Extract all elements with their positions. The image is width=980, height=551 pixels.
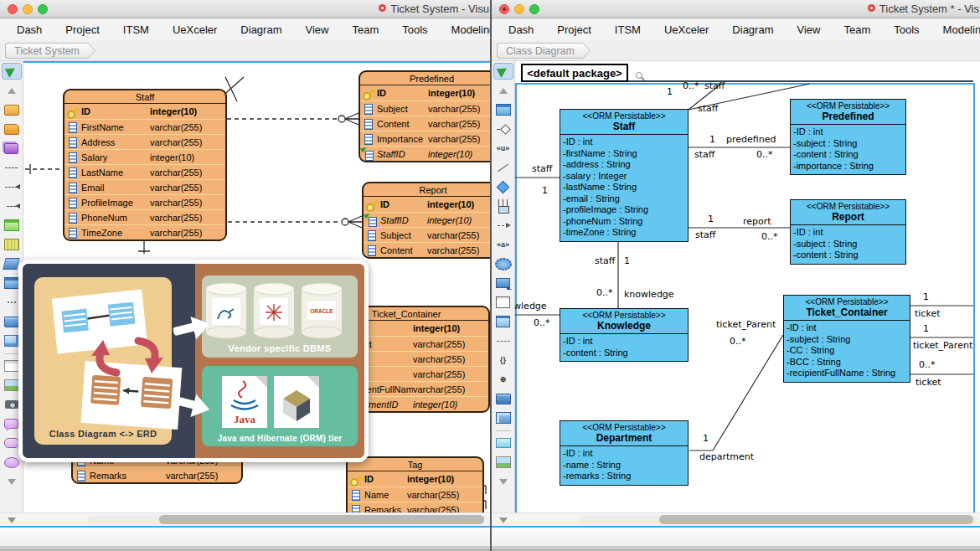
erd-row[interactable]: Subject varchar(255) [364,227,490,242]
zoom-button[interactable] [38,4,48,14]
titlebar[interactable]: Ticket System - Visu [0,0,490,18]
constraint-tool[interactable]: {} [493,352,513,368]
erd-row[interactable]: Name varchar(255) [348,487,482,502]
scroll-down-icon[interactable] [2,473,22,490]
erd-row[interactable]: Remarks varchar(255) [348,502,482,512]
system-tool[interactable] [493,294,513,311]
pointer-tool[interactable] [493,63,513,80]
menu-item[interactable]: ITSM [123,23,149,36]
one-to-one-relationship-tool[interactable] [2,159,22,176]
picture-tool[interactable] [493,454,513,471]
menu-item[interactable]: UeXceler [664,23,709,36]
toolbar-separator[interactable] [493,429,513,432]
many-to-many-relationship-tool[interactable] [2,198,22,214]
toolbar-scroll-down-icon[interactable] [499,518,508,523]
erd-row[interactable]: Email varchar(255) [64,179,225,194]
anchor-tool[interactable]: «a» [493,236,513,253]
containment-tool[interactable] [493,198,513,214]
class-report[interactable]: <<ORM Persistable>> Report -ID : int-sub… [790,199,906,265]
scroll-thumb[interactable] [659,515,973,524]
menu-item[interactable]: Dash [17,23,42,36]
breadcrumb-tab[interactable]: Ticket System [5,43,95,59]
erd-table-report[interactable]: Report ID integer(10) StaffID integer(10… [362,182,490,259]
menu-item[interactable]: Diagram [240,23,281,36]
note-tool[interactable] [493,313,513,330]
menu-item[interactable]: Modeling [451,23,490,36]
dashed-line-tool[interactable] [493,332,513,349]
menu-item[interactable]: Project [65,23,99,36]
default-package-header[interactable]: <default package> [521,64,628,82]
grid-tool[interactable] [2,236,22,253]
menu-item[interactable]: Project [557,23,591,36]
minimize-button[interactable] [514,4,524,14]
erd-row[interactable]: TimeZone varchar(255) [64,224,225,239]
entity-tool[interactable] [2,101,22,118]
close-button[interactable] [499,4,509,14]
erd-table-tag[interactable]: Tag ID integer(10) Name varchar(255) [346,456,484,512]
package-tool[interactable] [493,390,513,407]
toolbar-scroll-down-icon[interactable] [8,518,16,523]
generalization-tool[interactable] [493,121,513,137]
menu-item[interactable]: UeXceler [173,23,217,36]
scroll-thumb[interactable] [159,515,484,524]
erd-row[interactable]: LastName varchar(255) [64,164,225,179]
diagram-overview-tool[interactable] [493,409,513,426]
table-tool[interactable] [2,217,22,234]
erd-row[interactable]: StaffID integer(10) [360,146,490,161]
erd-row[interactable]: Content varchar(255) [364,242,490,257]
one-to-many-relationship-tool[interactable] [2,178,22,195]
menu-item[interactable]: Dash [508,23,534,36]
dependency-tool[interactable] [493,217,513,234]
class-canvas[interactable]: <default package> [515,61,980,512]
erd-table-staff[interactable]: Staff ID integer(10) FirstName varchar(2… [63,89,227,241]
scroll-down-icon[interactable] [493,473,513,490]
scroll-up-icon[interactable] [493,82,513,99]
class-staff[interactable]: <<ORM Persistable>> Staff -ID : int-firs… [560,109,689,242]
class-department[interactable]: <<ORM Persistable>> Department -ID : int… [560,420,689,486]
scroll-up-icon[interactable] [2,82,22,99]
titlebar[interactable]: Ticket System * - Vis [492,0,980,18]
tutorial-image-popup[interactable]: Class Diagram <-> ERD [18,260,369,462]
aggregation-tool[interactable] [493,178,513,195]
erd-row[interactable]: Salary integer(10) [64,149,225,164]
erd-row[interactable]: ID integer(10) [348,471,482,487]
menu-item[interactable]: Modeling [943,23,980,36]
menu-item[interactable]: View [305,23,328,36]
menu-item[interactable]: Team [352,23,379,36]
menu-item[interactable]: View [797,23,820,36]
menu-item[interactable]: Tools [402,23,427,36]
erd-row[interactable]: ID integer(10) [364,197,490,212]
erd-row[interactable]: FirstName varchar(255) [64,119,225,134]
erd-row[interactable]: Importance varchar(255) [360,131,490,146]
class-ticket-container[interactable]: <<ORM Persistable>> Ticket_Container -ID… [783,295,910,383]
menu-item[interactable]: Diagram [732,23,773,36]
erd-row[interactable]: Address varchar(255) [64,134,225,149]
menu-item[interactable]: Team [843,23,870,36]
ellipse-tool[interactable] [2,454,22,471]
class-knowledge[interactable]: <<ORM Persistable>> Knowledge -ID : int-… [560,308,689,362]
erd-row[interactable]: PhoneNum varchar(255) [64,209,225,224]
erd-row[interactable]: ProfileImage varchar(255) [64,194,225,209]
menu-item[interactable]: ITSM [615,23,641,36]
close-button[interactable] [8,4,18,14]
rectangle-tool[interactable] [493,435,513,451]
erd-row[interactable]: StaffID integer(10) [364,212,490,227]
h-scrollbar[interactable] [492,512,980,526]
erd-row[interactable]: Subject varchar(255) [360,100,490,116]
pointer-tool[interactable] [2,63,22,80]
collaboration-tool[interactable] [493,255,513,272]
provided-interface-tool[interactable]: ⊕ [493,371,513,388]
magnifier-icon[interactable] [636,72,642,79]
view-tool[interactable] [2,140,22,157]
h-scrollbar[interactable] [0,512,490,526]
erd-row[interactable]: ID integer(10) [64,104,225,119]
usage-tool[interactable]: «u» [493,140,513,157]
class-predefined[interactable]: <<ORM Persistable>> Predefined -ID : int… [790,99,906,175]
breadcrumb-tab[interactable]: Class Diagram [497,43,591,59]
zoom-button[interactable] [529,4,539,14]
erd-row[interactable]: ID integer(10) [360,85,490,100]
erd-table-predefined[interactable]: Predefined ID integer(10) Subject varcha… [358,70,490,162]
subsystem-tool[interactable] [493,275,513,291]
erd-row[interactable]: Content varchar(255) [360,116,490,131]
association-tool[interactable] [493,159,513,176]
